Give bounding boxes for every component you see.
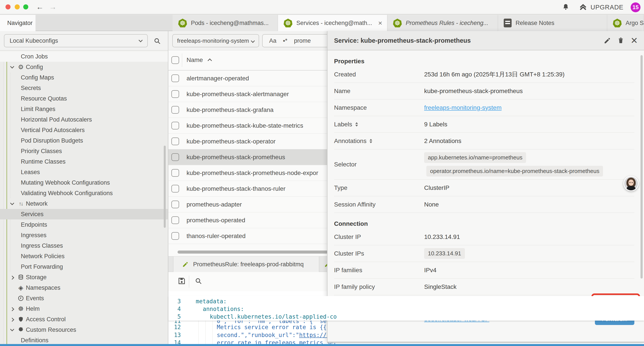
clock-icon	[18, 295, 24, 302]
row-checkbox[interactable]	[172, 153, 179, 161]
row-checkbox[interactable]	[172, 137, 179, 145]
value-chip: 10.233.14.91	[424, 248, 465, 259]
back-arrow-icon[interactable]: ←	[36, 3, 44, 11]
app-tab[interactable]: ☸ Prometheus Rules - icecheng...	[387, 15, 498, 31]
kubernetes-icon: ☸	[178, 19, 187, 27]
close-window-button[interactable]	[6, 4, 10, 9]
sidebar-scrollbar[interactable]	[164, 146, 166, 228]
assistant-avatar[interactable]	[624, 176, 639, 191]
row-checkbox[interactable]	[172, 232, 179, 240]
sidebar-tree-item[interactable]: Mutating Webhook Configurations	[0, 177, 168, 188]
sidebar-tree-item[interactable]: Access Control	[0, 314, 168, 325]
sidebar-tree-item[interactable]: Endpoints	[0, 219, 168, 230]
sidebar-tree-item[interactable]: ⚙ Config	[0, 62, 168, 72]
sidebar-tree-item[interactable]: Vertical Pod Autoscalers	[0, 125, 168, 135]
panel-scrollbar[interactable]	[640, 55, 643, 279]
app-tab[interactable]: ☸ Services - icecheng@math... ×	[278, 15, 387, 31]
sidebar-tree-item[interactable]: Custom Resources	[0, 325, 168, 335]
horizontal-scrollbar[interactable]	[178, 251, 342, 254]
line-number: 4	[168, 306, 185, 312]
row-checkbox[interactable]	[172, 201, 179, 208]
select-all-checkbox[interactable]	[172, 56, 179, 64]
detail-panel-title: Service: kube-prometheus-stack-prometheu…	[334, 37, 471, 44]
editor-search-icon[interactable]	[195, 277, 202, 285]
regex-toggle[interactable]: ▪*	[283, 37, 287, 44]
property-row: Session AffinityNone	[334, 196, 634, 213]
code-line: 5kubectl.kubernetes.io/last-applied-co	[168, 313, 337, 320]
row-checkbox[interactable]	[172, 106, 179, 114]
sidebar-tree-item[interactable]: Network Policies	[0, 251, 168, 262]
network-arrows-icon: ↑↓	[19, 201, 23, 206]
kubeconfig-selector[interactable]: Local Kubeconfigs	[4, 34, 148, 47]
row-checkbox[interactable]	[172, 216, 179, 224]
sidebar-tree-item[interactable]: Validating Webhook Configurations	[0, 188, 168, 198]
property-label: Cluster IPs	[334, 250, 424, 257]
sidebar-tree-item[interactable]: Storage	[0, 272, 168, 283]
name-column-header[interactable]: Name	[186, 56, 203, 63]
sidebar-tree-item[interactable]: Port Forwarding	[0, 262, 168, 272]
sidebar-tree-item[interactable]: Events	[0, 293, 168, 304]
row-checkbox[interactable]	[172, 122, 179, 129]
row-checkbox[interactable]	[172, 74, 179, 82]
property-label: IP family policy	[334, 283, 424, 290]
navigator-sidebar: Local Kubeconfigs Cron Jobs ⚙ Co	[0, 31, 168, 346]
tree-chevron-icon[interactable]	[10, 307, 14, 311]
sidebar-tree-item[interactable]: Config Maps	[0, 72, 168, 83]
sidebar-tree-item[interactable]: Services	[0, 209, 168, 219]
navigator-tab[interactable]: Navigator	[0, 15, 36, 31]
property-row: Cluster IP10.233.14.91	[334, 229, 634, 245]
delete-trash-icon[interactable]	[617, 37, 624, 44]
property-row: Namekube-prometheus-stack-prometheus	[334, 83, 634, 99]
row-checkbox[interactable]	[172, 90, 179, 98]
tree-chevron-icon[interactable]	[10, 318, 14, 322]
tree-chevron-icon[interactable]	[10, 327, 14, 331]
value-chip: app.kubernetes.io/name=prometheus	[424, 152, 526, 163]
row-checkbox[interactable]	[172, 185, 179, 193]
app-tab[interactable]: ☸ Argo Se	[607, 15, 644, 31]
tree-chevron-icon[interactable]	[10, 201, 14, 205]
notifications-bell-icon[interactable]	[562, 3, 570, 11]
minimize-window-button[interactable]	[15, 4, 20, 9]
sidebar-tree-item[interactable]: Leases	[0, 167, 168, 177]
app-tab[interactable]: Release Notes	[498, 15, 607, 31]
sidebar-search-icon[interactable]	[154, 37, 161, 45]
sidebar-tree-item[interactable]: Pod Disruption Budgets	[0, 135, 168, 146]
save-icon[interactable]	[178, 277, 186, 285]
maximize-window-button[interactable]	[23, 4, 28, 9]
tree-chevron-icon[interactable]	[10, 64, 14, 68]
close-tab-icon[interactable]: ×	[378, 19, 382, 27]
sidebar-tree-item[interactable]: ↑↓ Network	[0, 198, 168, 209]
sidebar-tree-item[interactable]: Cron Jobs	[0, 51, 168, 62]
edit-pencil-icon[interactable]	[604, 37, 611, 44]
forward-arrow-icon[interactable]: →	[49, 3, 56, 11]
namespace-selector[interactable]: freeleaps-monitoring-system	[172, 34, 259, 47]
upgrade-button[interactable]: UPGRADE	[579, 3, 624, 11]
sort-updown-icon[interactable]	[355, 122, 358, 127]
detail-panel-header: Service: kube-prometheus-stack-prometheu…	[328, 31, 644, 50]
sidebar-tree-item[interactable]: ☸ Helm	[0, 304, 168, 314]
close-panel-icon[interactable]: ✕	[630, 36, 638, 45]
namespace-link[interactable]: freeleaps-monitoring-system	[424, 104, 502, 111]
app-tab[interactable]: ☸ Pods - icecheng@mathmas...	[172, 15, 278, 31]
match-case-toggle[interactable]: Aa	[269, 37, 276, 44]
sort-ascending-icon[interactable]	[208, 58, 212, 63]
database-icon	[18, 274, 24, 281]
code-line: 12Metrics service error rate is {{ $va	[168, 323, 340, 331]
tree-chevron-icon[interactable]	[10, 276, 14, 280]
sidebar-tree-item[interactable]: Secrets	[0, 83, 168, 93]
sidebar-tree-item[interactable]: Horizontal Pod Autoscalers	[0, 114, 168, 125]
notification-count-badge[interactable]: 15	[631, 2, 640, 12]
sidebar-tree-item[interactable]: Priority Classes	[0, 146, 168, 156]
sidebar-tree-item[interactable]: Limit Ranges	[0, 104, 168, 114]
editor-tab[interactable]: PrometheusRule: freeleaps-prod-rabbitmq	[173, 256, 319, 272]
property-value: 253d 16h 6m ago (2025年1月13日 GMT+8 1:25:3…	[424, 70, 565, 79]
sidebar-tree-item[interactable]: Runtime Classes	[0, 156, 168, 167]
sidebar-tree-item[interactable]: Ingress Classes	[0, 240, 168, 251]
sidebar-tree-item[interactable]: Resource Quotas	[0, 93, 168, 104]
search-query-text: prome	[294, 37, 311, 44]
sidebar-tree-item[interactable]: ◈ Namespaces	[0, 283, 168, 293]
sort-updown-icon[interactable]	[370, 139, 372, 143]
row-checkbox[interactable]	[172, 169, 179, 177]
sidebar-tree-item[interactable]: Ingresses	[0, 230, 168, 240]
line-number: 3	[168, 298, 185, 305]
